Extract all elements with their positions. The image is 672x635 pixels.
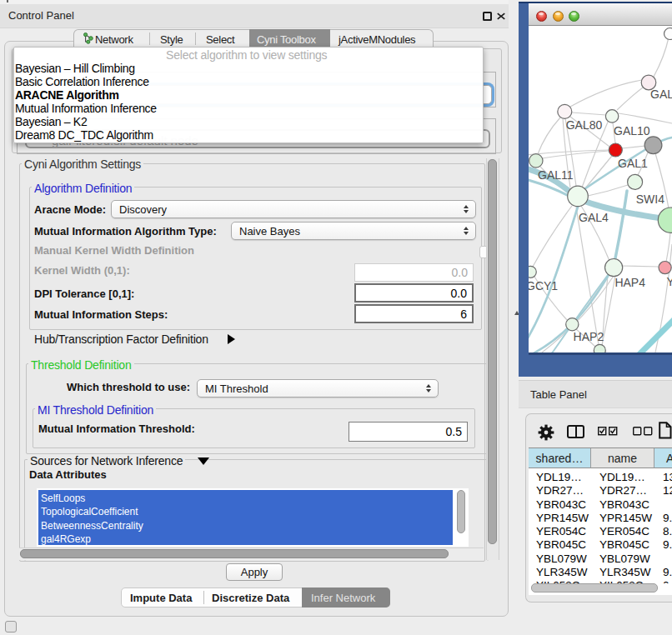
svg-text:GAL1: GAL1 [618,157,648,170]
svg-text:GAL10: GAL10 [614,124,650,138]
svg-text:GAL11: GAL11 [538,168,574,182]
svg-text:HAP4: HAP4 [614,276,645,289]
svg-text:SWI4: SWI4 [636,192,664,206]
svg-text:HAP2: HAP2 [574,330,604,343]
svg-text:GAL80: GAL80 [566,118,603,132]
svg-text:GAL4: GAL4 [579,211,609,224]
svg-text:Y: Y [666,275,672,288]
svg-text:GAL: GAL [650,88,672,101]
svg-text:GCY1: GCY1 [529,279,558,292]
